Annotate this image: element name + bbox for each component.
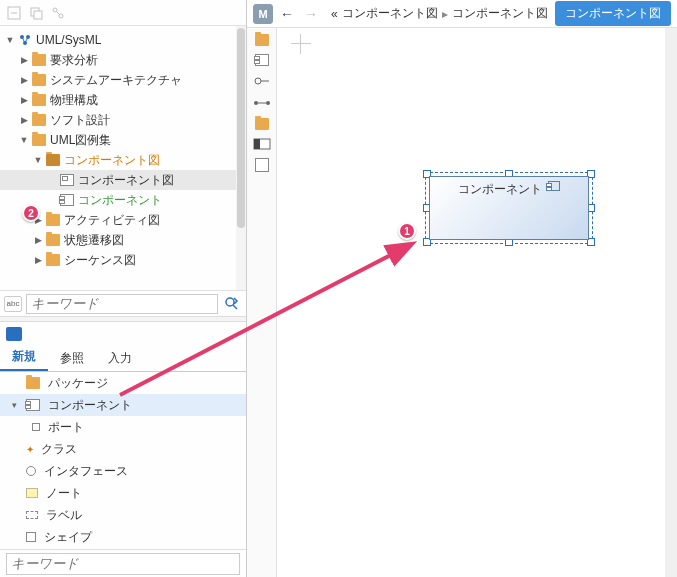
tab-input[interactable]: 入力: [96, 346, 144, 371]
twisty-closed-icon[interactable]: ▶: [18, 114, 30, 126]
tree-root-label: UML/SysML: [36, 33, 101, 47]
diagram-canvas[interactable]: コンポーネント: [277, 28, 677, 577]
component-box[interactable]: コンポーネント: [429, 176, 589, 240]
palette-item-port[interactable]: ポート: [0, 416, 246, 438]
folder-icon: [26, 377, 40, 389]
right-panel: M ← → « コンポーネント図 ▸ コンポーネント図 コンポーネント図: [247, 0, 677, 577]
tree-item-requirements[interactable]: ▶ 要求分析: [0, 50, 246, 70]
palette-list: パッケージ ▾ コンポーネント ポート ✦ クラス インタフェース: [0, 372, 246, 548]
palette-header: [0, 322, 246, 346]
nav-back-button[interactable]: ←: [277, 4, 297, 24]
note-icon: [26, 488, 38, 498]
tree-item-label: アクティビティ図: [64, 212, 160, 229]
shape-icon: [26, 532, 36, 542]
tree-item-component-diagram[interactable]: ▶ コンポーネント図: [0, 170, 246, 190]
twisty-closed-icon[interactable]: ▶: [32, 234, 44, 246]
search-mode-button[interactable]: abc: [4, 296, 22, 312]
palette-search-input[interactable]: [6, 553, 240, 575]
palette-item-shape[interactable]: シェイプ: [0, 526, 246, 548]
twisty-open-icon[interactable]: ▼: [18, 134, 30, 146]
component-title: コンポーネント: [458, 181, 542, 198]
annotation-badge-2: 2: [22, 204, 40, 222]
svg-point-12: [226, 298, 234, 306]
diagram-type-button[interactable]: コンポーネント図: [555, 1, 671, 26]
twisty-closed-icon[interactable]: ▶: [18, 94, 30, 106]
tree-scrollbar[interactable]: [236, 26, 246, 290]
tab-new[interactable]: 新規: [0, 344, 48, 371]
tree-item-label: コンポーネント図: [64, 152, 160, 169]
svg-line-13: [233, 305, 237, 309]
tree-item-softdesign[interactable]: ▶ ソフト設計: [0, 110, 246, 130]
tree-item-sysarch[interactable]: ▶ システムアーキテクチャ: [0, 70, 246, 90]
collapse-icon[interactable]: [6, 5, 22, 21]
palette-item-label[interactable]: ラベル: [0, 504, 246, 526]
component-icon: [26, 399, 40, 411]
canvas-scrollbar[interactable]: [665, 28, 677, 577]
folder-icon: [32, 74, 46, 86]
palette-label: コンポーネント: [48, 397, 132, 414]
tree-item-examples[interactable]: ▼ UML図例集: [0, 130, 246, 150]
tree-item-sequence[interactable]: ▶ シーケンス図: [0, 250, 246, 270]
palette-item-note[interactable]: ノート: [0, 482, 246, 504]
nav-forward-button[interactable]: →: [301, 4, 321, 24]
svg-rect-3: [34, 11, 42, 19]
twisty-open-icon[interactable]: ▼: [32, 154, 44, 166]
copy-icon[interactable]: [28, 5, 44, 21]
breadcrumb-item[interactable]: コンポーネント図: [342, 5, 438, 22]
breadcrumb: « コンポーネント図 ▸ コンポーネント図: [325, 5, 551, 22]
tree-item-physical[interactable]: ▶ 物理構成: [0, 90, 246, 110]
palette-label: ポート: [48, 419, 84, 436]
lollipop-icon[interactable]: [253, 74, 271, 88]
search-go-button[interactable]: [222, 294, 242, 314]
tree-item-label: 要求分析: [50, 52, 98, 69]
tree-item-label: ソフト設計: [50, 112, 110, 129]
app-root: ▼ UML/SysML ▶ 要求分析 ▶ システムアーキテクチャ ▶: [0, 0, 677, 577]
link-icon[interactable]: [50, 5, 66, 21]
twisty-open-icon[interactable]: ▾: [8, 399, 20, 411]
palette-item-package[interactable]: パッケージ: [0, 372, 246, 394]
folder-icon: [32, 54, 46, 66]
model-tree[interactable]: ▼ UML/SysML ▶ 要求分析 ▶ システムアーキテクチャ ▶: [0, 26, 246, 274]
shape-icon[interactable]: [255, 158, 269, 172]
palette-label: クラス: [41, 441, 77, 458]
folder-icon[interactable]: [255, 118, 269, 130]
canvas-component[interactable]: コンポーネント: [429, 176, 589, 240]
connector-icon[interactable]: [253, 96, 271, 110]
search-go-icon: [224, 296, 240, 312]
diagram-icon: [60, 174, 74, 186]
palette-item-component[interactable]: ▾ コンポーネント: [0, 394, 246, 416]
class-sparkle-icon: ✦: [26, 444, 34, 455]
palette-search: [0, 549, 246, 577]
twisty-closed-icon[interactable]: ▶: [32, 254, 44, 266]
palette-label: パッケージ: [48, 375, 108, 392]
twisty-closed-icon[interactable]: ▶: [18, 54, 30, 66]
element-icon[interactable]: [253, 138, 271, 150]
folder-open-icon: [46, 154, 60, 166]
toolbox-icon: [6, 327, 22, 341]
twisty-open-icon[interactable]: ▼: [4, 34, 16, 46]
palette-item-class[interactable]: ✦ クラス: [0, 438, 246, 460]
palette-item-interface[interactable]: インタフェース: [0, 460, 246, 482]
folder-icon: [32, 134, 46, 146]
svg-point-16: [254, 101, 258, 105]
folder-icon[interactable]: [255, 34, 269, 46]
component-icon[interactable]: [255, 54, 269, 66]
tree-root[interactable]: ▼ UML/SysML: [0, 30, 246, 50]
breadcrumb-item[interactable]: コンポーネント図: [452, 5, 548, 22]
tree-toolbar: [0, 0, 246, 26]
tab-reference[interactable]: 参照: [48, 346, 96, 371]
scrollbar-thumb[interactable]: [237, 28, 245, 228]
tree-search-input[interactable]: [26, 294, 218, 314]
tree-item-label: 物理構成: [50, 92, 98, 109]
twisty-closed-icon[interactable]: ▶: [18, 74, 30, 86]
tree-item-statemachine[interactable]: ▶ 状態遷移図: [0, 230, 246, 250]
palette-label: シェイプ: [44, 529, 92, 546]
port-icon: [32, 423, 40, 431]
palette-label: インタフェース: [44, 463, 128, 480]
tree-container: ▼ UML/SysML ▶ 要求分析 ▶ システムアーキテクチャ ▶: [0, 26, 246, 290]
palette-tabs: 新規 参照 入力: [0, 346, 246, 372]
left-panel: ▼ UML/SysML ▶ 要求分析 ▶ システムアーキテクチャ ▶: [0, 0, 247, 577]
model-button[interactable]: M: [253, 4, 273, 24]
folder-icon: [46, 234, 60, 246]
tree-item-component-folder[interactable]: ▼ コンポーネント図: [0, 150, 246, 170]
